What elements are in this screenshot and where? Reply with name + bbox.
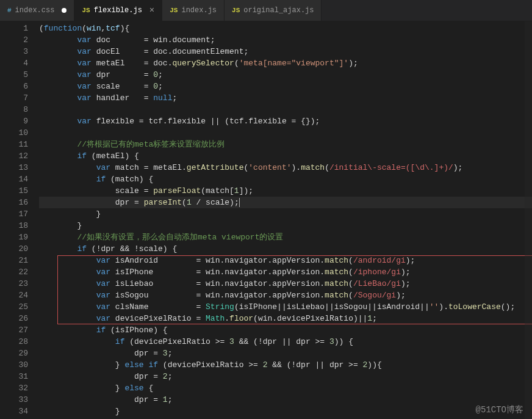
line-gutter: 1 2 3 4 5 6 7 8 9 10 11 12 13 14 15 16 1… [0,21,39,419]
css-icon: # [7,7,12,14]
tab-bar: # index.css JS flexible.js × JS index.js… [0,0,532,21]
watermark: @51CTO博客 [476,404,523,415]
line-number: 30 [0,359,28,371]
minimap[interactable] [525,21,532,419]
line-number: 28 [0,336,28,348]
line-number: 33 [0,394,28,406]
tab-index-css[interactable]: # index.css [0,0,74,21]
close-icon[interactable]: × [149,5,154,15]
code-area[interactable]: (function(win,tcf){ var doc = win.docume… [39,21,532,419]
line-number: 22 [0,266,28,278]
line-number: 32 [0,382,28,394]
text-cursor [239,198,240,207]
line-number: 4 [0,57,28,69]
line-number: 9 [0,115,28,127]
tab-label: original_ajax.js [243,6,314,15]
line-number: 34 [0,406,28,417]
js-icon: JS [232,7,240,14]
line-number: 13 [0,162,28,173]
tab-label: index.js [181,6,217,15]
line-number: 10 [0,127,28,139]
line-number: 1 [0,23,28,34]
line-number: 5 [0,69,28,81]
js-icon: JS [170,7,178,14]
line-number: 23 [0,278,28,290]
line-number: 16 [0,197,28,208]
line-number: 19 [0,231,28,243]
line-number: 29 [0,348,28,359]
line-number: 8 [0,104,28,115]
editor: 1 2 3 4 5 6 7 8 9 10 11 12 13 14 15 16 1… [0,21,532,419]
line-number: 6 [0,81,28,92]
js-icon: JS [82,7,90,14]
line-number: 27 [0,324,28,336]
tab-flexible-js[interactable]: JS flexible.js × [74,0,162,21]
line-number: 15 [0,185,28,197]
line-number: 31 [0,371,28,382]
tab-original-ajax-js[interactable]: JS original_ajax.js [225,0,322,21]
line-number: 12 [0,150,28,162]
tab-label: index.css [15,6,55,15]
line-number: 7 [0,92,28,104]
line-number: 17 [0,208,28,220]
line-number: 11 [0,139,28,150]
line-number: 26 [0,313,28,324]
line-number: 2 [0,34,28,46]
line-number: 20 [0,243,28,255]
tab-index-js[interactable]: JS index.js [162,0,225,21]
line-number: 3 [0,46,28,57]
line-number: 18 [0,220,28,231]
dirty-indicator-icon [62,8,66,13]
tab-label: flexible.js [94,6,142,15]
line-number: 24 [0,290,28,301]
line-number: 14 [0,173,28,185]
line-number: 21 [0,255,28,266]
line-number: 25 [0,301,28,313]
